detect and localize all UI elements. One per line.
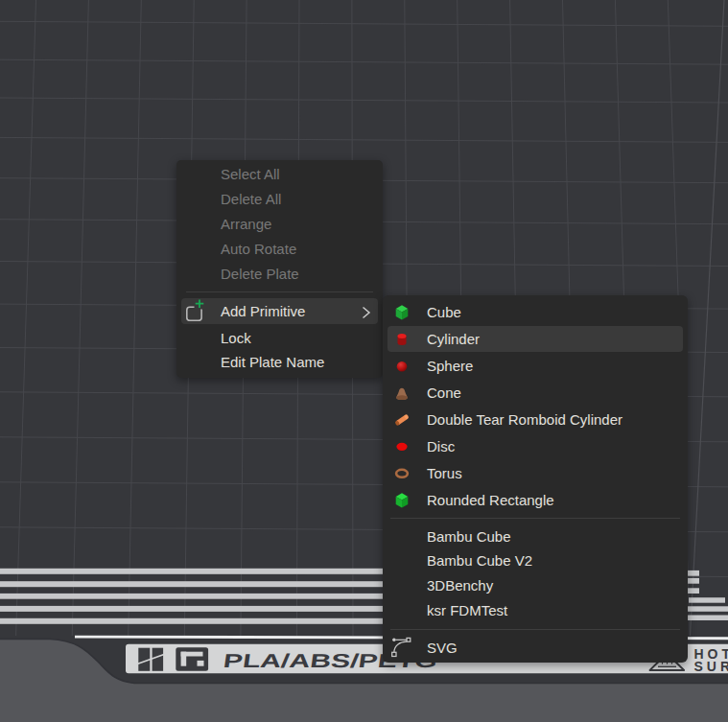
svg-text:SURFACE: SURFACE xyxy=(694,659,728,674)
